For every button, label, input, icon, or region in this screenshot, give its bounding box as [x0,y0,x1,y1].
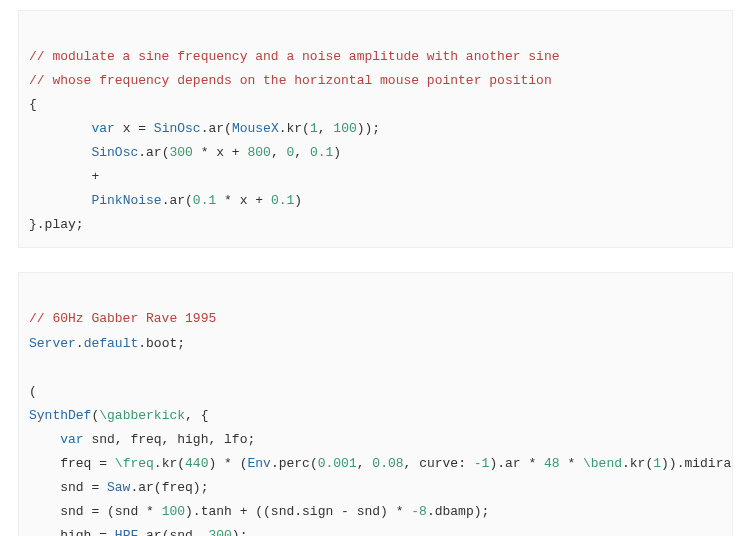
code-line: snd = Saw.ar(freq); [29,480,208,495]
code-line: freq = \freq.kr(440) * (Env.perc(0.001, … [29,456,733,471]
code-line: ( [29,384,37,399]
code-block-2[interactable]: // 60Hz Gabber Rave 1995 Server.default.… [18,272,733,536]
code-line: var x = SinOsc.ar(MouseX.kr(1, 100)); [29,121,380,136]
code-line: high = HPF.ar(snd, 300); [29,528,247,536]
comment-line: // whose frequency depends on the horizo… [29,73,552,88]
comment-line: // modulate a sine frequency and a noise… [29,49,560,64]
code-line: SinOsc.ar(300 * x + 800, 0, 0.1) [29,145,341,160]
code-line: { [29,97,37,112]
code-line: PinkNoise.ar(0.1 * x + 0.1) [29,193,302,208]
code-line: }.play; [29,217,84,232]
code-block-1: // modulate a sine frequency and a noise… [18,10,733,248]
code-line: var snd, freq, high, lfo; [29,432,255,447]
code-line: snd = (snd * 100).tanh + ((snd.sign - sn… [29,504,489,519]
comment-line: // 60Hz Gabber Rave 1995 [29,311,216,326]
code-line: SynthDef(\gabberkick, { [29,408,208,423]
code-line: + [29,169,99,184]
code-line: Server.default.boot; [29,336,185,351]
